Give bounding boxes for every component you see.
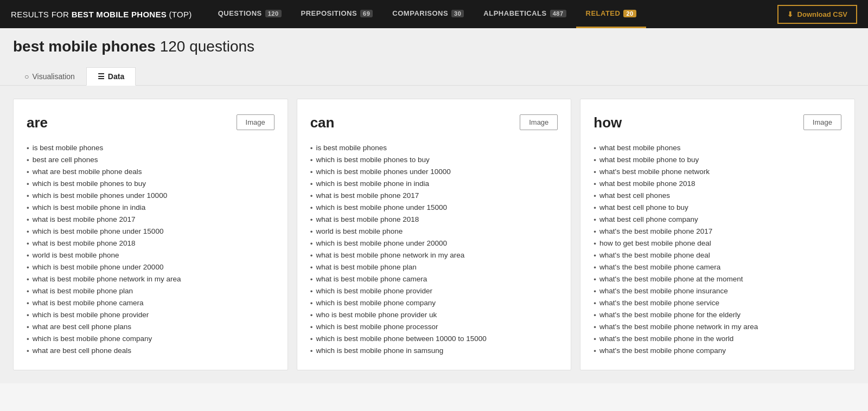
list-item: which is best mobile phone between 10000… (310, 333, 558, 345)
list-item: which is best mobile phones under 10000 (27, 190, 275, 202)
list-item: is best mobile phones (310, 142, 558, 154)
list-item: what's the best mobile phone network in … (593, 321, 841, 333)
list-item: what's best mobile phone network (593, 166, 841, 178)
list-item: which is best mobile phone company (310, 297, 558, 309)
columns-grid: areImageis best mobile phonesbest are ce… (13, 99, 855, 370)
column-title-are: are (27, 114, 48, 131)
results-title: RESULTS FOR BEST MOBILE PHONES (TOP) (11, 10, 192, 19)
list-item: what's the best mobile phone insurance (593, 285, 841, 297)
nav-tab-label-alphabeticals: ALPHABETICALS (483, 9, 546, 17)
nav-tab-label-questions: QUESTIONS (218, 9, 262, 17)
list-item: what best mobile phones (593, 142, 841, 154)
list-item: which is best mobile phone in samsung (310, 345, 558, 357)
list-item: what best cell phones (593, 190, 841, 202)
view-tab-data[interactable]: ☰Data (86, 67, 136, 86)
nav-tab-comparisons[interactable]: COMPARISONS30 (382, 0, 474, 28)
list-item: what best cell phone to buy (593, 202, 841, 214)
list-item: what are best mobile phone deals (27, 166, 275, 178)
list-item: what's the best mobile phone for the eld… (593, 309, 841, 321)
list-item: which is best mobile phone processor (310, 321, 558, 333)
list-item: who is best mobile phone provider uk (310, 309, 558, 321)
nav-tabs: QUESTIONS120PREPOSITIONS69COMPARISONS30A… (208, 0, 777, 28)
nav-tab-prepositions[interactable]: PREPOSITIONS69 (291, 0, 383, 28)
nav-tab-badge-prepositions: 69 (360, 10, 373, 17)
list-item: what's the best mobile phone company (593, 345, 841, 357)
list-item: what are best cell phone plans (27, 321, 275, 333)
view-tab-visualisation[interactable]: ○Visualisation (13, 67, 86, 85)
image-button-how[interactable]: Image (803, 114, 841, 130)
top-navigation: RESULTS FOR BEST MOBILE PHONES (TOP) QUE… (0, 0, 868, 28)
column-card-can: canImageis best mobile phoneswhich is be… (297, 99, 572, 370)
nav-tab-label-comparisons: COMPARISONS (392, 9, 448, 17)
list-item: which is best mobile phone in india (27, 202, 275, 214)
list-item: what's the best mobile phone at the mome… (593, 273, 841, 285)
column-title-can: can (310, 114, 335, 131)
keyword-list-how: what best mobile phoneswhat best mobile … (593, 142, 841, 357)
list-item: which is best mobile phone under 20000 (310, 237, 558, 249)
list-item: what are best cell phone deals (27, 345, 275, 357)
nav-tab-related[interactable]: RELATED20 (576, 0, 646, 28)
view-tabs: ○Visualisation☰Data (0, 61, 868, 86)
list-item: what is best mobile phone plan (310, 261, 558, 273)
list-item: what best cell phone company (593, 214, 841, 226)
list-item: which is best mobile phone in india (310, 178, 558, 190)
view-tab-icon-visualisation: ○ (24, 72, 29, 81)
subheader: best mobile phones 120 questions (0, 28, 868, 61)
nav-tab-badge-alphabeticals: 487 (550, 10, 566, 17)
list-item: best are cell phones (27, 154, 275, 166)
list-item: what's the best mobile phone deal (593, 249, 841, 261)
list-item: which is best mobile phones to buy (27, 178, 275, 190)
nav-tab-alphabeticals[interactable]: ALPHABETICALS487 (474, 0, 576, 28)
keyword-list-can: is best mobile phoneswhich is best mobil… (310, 142, 558, 357)
column-header-how: howImage (593, 114, 841, 131)
list-item: which is best mobile phone under 15000 (27, 226, 275, 237)
list-item: what's the best mobile phone service (593, 297, 841, 309)
list-item: what is best mobile phone 2017 (310, 190, 558, 202)
nav-tab-label-related: RELATED (586, 9, 621, 17)
list-item: is best mobile phones (27, 142, 275, 154)
list-item: which is best mobile phone company (27, 333, 275, 345)
keyword-list-are: is best mobile phonesbest are cell phone… (27, 142, 275, 357)
list-item: what is best mobile phone plan (27, 285, 275, 297)
list-item: world is best mobile phone (310, 226, 558, 237)
view-tab-icon-data: ☰ (98, 72, 105, 81)
nav-tab-badge-questions: 120 (265, 10, 282, 17)
nav-tab-questions[interactable]: QUESTIONS120 (208, 0, 291, 28)
image-button-can[interactable]: Image (520, 114, 558, 130)
main-content: areImageis best mobile phonesbest are ce… (0, 86, 868, 383)
list-item: how to get best mobile phone deal (593, 237, 841, 249)
list-item: which is best mobile phone provider (27, 309, 275, 321)
list-item: which is best mobile phones to buy (310, 154, 558, 166)
list-item: what best mobile phone 2018 (593, 178, 841, 190)
list-item: what is best mobile phone network in my … (310, 249, 558, 261)
column-card-are: areImageis best mobile phonesbest are ce… (13, 99, 288, 370)
list-item: what is best mobile phone camera (27, 297, 275, 309)
list-item: which is best mobile phones under 10000 (310, 166, 558, 178)
list-item: what is best mobile phone network in my … (27, 273, 275, 285)
column-header-are: areImage (27, 114, 275, 131)
nav-tab-badge-comparisons: 30 (451, 10, 464, 17)
download-icon: ⬇ (787, 10, 793, 18)
column-title-how: how (593, 114, 622, 131)
nav-tab-label-prepositions: PREPOSITIONS (301, 9, 358, 17)
column-header-can: canImage (310, 114, 558, 131)
list-item: what is best mobile phone 2017 (27, 214, 275, 226)
list-item: world is best mobile phone (27, 249, 275, 261)
list-item: what's the best mobile phone 2017 (593, 226, 841, 237)
column-card-how: howImagewhat best mobile phoneswhat best… (580, 99, 855, 370)
list-item: what's the best mobile phone camera (593, 261, 841, 273)
list-item: which is best mobile phone under 15000 (310, 202, 558, 214)
view-tab-label-visualisation: Visualisation (32, 72, 74, 81)
nav-tab-badge-related: 20 (623, 10, 636, 17)
download-csv-button[interactable]: ⬇ Download CSV (777, 5, 857, 24)
list-item: which is best mobile phone under 20000 (27, 261, 275, 273)
subheader-title: best mobile phones 120 questions (13, 38, 855, 55)
image-button-are[interactable]: Image (237, 114, 275, 130)
view-tab-label-data: Data (108, 72, 124, 81)
list-item: what is best mobile phone camera (310, 273, 558, 285)
list-item: which is best mobile phone provider (310, 285, 558, 297)
list-item: what is best mobile phone 2018 (27, 237, 275, 249)
list-item: what is best mobile phone 2018 (310, 214, 558, 226)
list-item: what's the best mobile phone in the worl… (593, 333, 841, 345)
list-item: what best mobile phone to buy (593, 154, 841, 166)
